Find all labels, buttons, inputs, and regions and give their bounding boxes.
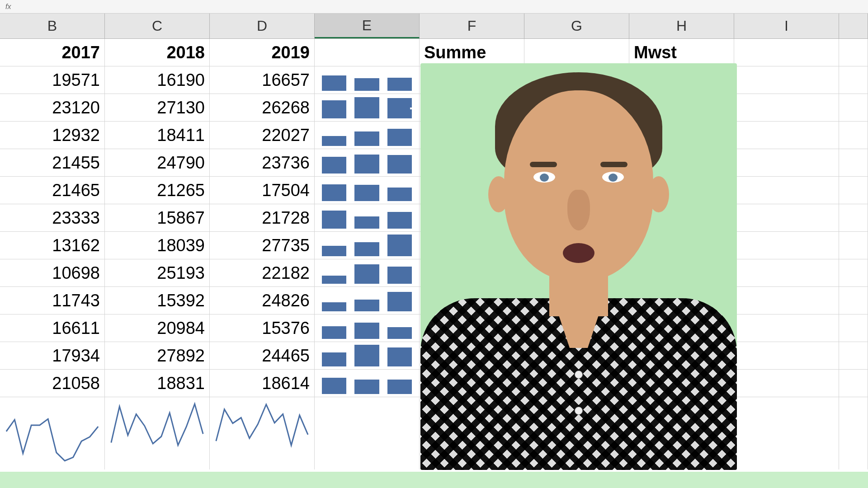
cell-C[interactable]: 15392 [105, 287, 210, 314]
cell-D[interactable]: 27735 [210, 232, 315, 259]
cell-C[interactable]: 24790 [105, 149, 210, 176]
cell-extra[interactable] [839, 287, 868, 314]
cell-extra[interactable] [839, 204, 868, 231]
sparkline-extra[interactable] [839, 397, 868, 469]
cell-C[interactable]: 27892 [105, 342, 210, 369]
col-header-H[interactable]: H [629, 14, 734, 38]
cell-extra[interactable] [839, 122, 868, 149]
header-2017[interactable]: 2017 [0, 39, 105, 66]
cell-C[interactable]: 16190 [105, 66, 210, 94]
cell-D[interactable]: 17504 [210, 177, 315, 204]
cell-I[interactable] [734, 149, 839, 176]
cell-extra[interactable] [839, 66, 868, 94]
cell-I[interactable] [734, 259, 839, 286]
cell-I[interactable] [734, 94, 839, 121]
sparkline-2019[interactable] [210, 397, 315, 469]
cell-B[interactable]: 12932 [0, 122, 105, 149]
cell-I[interactable] [734, 177, 839, 204]
cell-B[interactable]: 21455 [0, 149, 105, 176]
col-header-F[interactable]: F [420, 14, 524, 38]
cell-D[interactable]: 24826 [210, 287, 315, 314]
header-2019[interactable]: 2019 [210, 39, 315, 66]
header-summe[interactable]: Summe [420, 39, 524, 66]
sparkbar-cell[interactable] [315, 370, 420, 397]
cell-C[interactable]: 15867 [105, 204, 210, 231]
sparkbar-cell[interactable] [315, 204, 420, 231]
cell-C[interactable]: 18039 [105, 232, 210, 259]
cell-extra[interactable] [839, 259, 868, 286]
col-header-C[interactable]: C [105, 14, 210, 38]
sparkbar-cell[interactable] [315, 149, 420, 176]
cell-extra[interactable] [839, 232, 868, 259]
cell-extra[interactable] [839, 149, 868, 176]
cell-extra[interactable] [839, 177, 868, 204]
cell-B[interactable]: 23120 [0, 94, 105, 121]
col-header-E[interactable]: E [315, 14, 420, 38]
sparkbar-cell[interactable] [315, 66, 420, 94]
sparkbar-cell[interactable] [315, 122, 420, 149]
cell-B[interactable]: 10698 [0, 259, 105, 286]
cell-C[interactable]: 25193 [105, 259, 210, 286]
cell-B[interactable]: 23333 [0, 204, 105, 231]
cell-D[interactable]: 22182 [210, 259, 315, 286]
col-header-D[interactable]: D [210, 14, 315, 38]
sparkline-2017[interactable] [0, 397, 105, 469]
col-header-B[interactable]: B [0, 14, 105, 38]
cell-D[interactable]: 16657 [210, 66, 315, 94]
cell-B[interactable]: 17934 [0, 342, 105, 369]
sparkbar-cell[interactable] [315, 259, 420, 286]
cell-D[interactable]: 24465 [210, 342, 315, 369]
cell-I[interactable] [734, 204, 839, 231]
cell-B[interactable]: 21058 [0, 370, 105, 397]
col-header-I[interactable]: I [734, 14, 839, 38]
sparkbar-cell[interactable] [315, 177, 420, 204]
header-mwst[interactable]: Mwst [629, 39, 734, 66]
cell-I[interactable] [734, 232, 839, 259]
cell-D[interactable]: 18614 [210, 370, 315, 397]
header-E[interactable] [315, 39, 420, 66]
cell-B[interactable]: 13162 [0, 232, 105, 259]
header-I[interactable] [734, 39, 839, 66]
cell-B[interactable]: 11743 [0, 287, 105, 314]
sparkline-2018-svg [108, 401, 206, 466]
cell-B[interactable]: 16611 [0, 314, 105, 342]
cell-B[interactable]: 19571 [0, 66, 105, 94]
cell-D[interactable]: 26268 [210, 94, 315, 121]
cell-I[interactable] [734, 66, 839, 94]
cell-D[interactable]: 22027 [210, 122, 315, 149]
cell-D[interactable]: 23736 [210, 149, 315, 176]
cell-I[interactable] [734, 370, 839, 397]
cell-extra[interactable] [839, 314, 868, 342]
header-extra[interactable] [839, 39, 868, 66]
sparkline-E[interactable] [315, 397, 420, 469]
formula-bar[interactable]: fx [0, 0, 868, 14]
sparkbar-cell[interactable] [315, 232, 420, 259]
sparkbar [322, 378, 346, 394]
cell-C[interactable]: 20984 [105, 314, 210, 342]
sparkbar-cell[interactable] [315, 287, 420, 314]
cell-I[interactable] [734, 122, 839, 149]
cell-extra[interactable] [839, 94, 868, 121]
cell-I[interactable] [734, 342, 839, 369]
cell-I[interactable] [734, 287, 839, 314]
cell-C[interactable]: 18831 [105, 370, 210, 397]
cell-extra[interactable] [839, 342, 868, 369]
sparkbar-cell[interactable] [315, 94, 420, 121]
sparkline-I[interactable] [734, 397, 839, 469]
cell-B[interactable]: 21465 [0, 177, 105, 204]
cell-C[interactable]: 27130 [105, 94, 210, 121]
sparkbar-cell[interactable] [315, 314, 420, 342]
cell-D[interactable]: 21728 [210, 204, 315, 231]
cell-D[interactable]: 15376 [210, 314, 315, 342]
col-header-G[interactable]: G [524, 14, 629, 38]
cell-C[interactable]: 21265 [105, 177, 210, 204]
header-G[interactable] [524, 39, 629, 66]
header-2018[interactable]: 2018 [105, 39, 210, 66]
sparkbar-cell[interactable] [315, 342, 420, 369]
col-header-extra[interactable] [839, 14, 868, 38]
cell-C[interactable]: 18411 [105, 122, 210, 149]
sparkbar [322, 302, 346, 311]
cell-extra[interactable] [839, 370, 868, 397]
sparkline-2018[interactable] [105, 397, 210, 469]
cell-I[interactable] [734, 314, 839, 342]
